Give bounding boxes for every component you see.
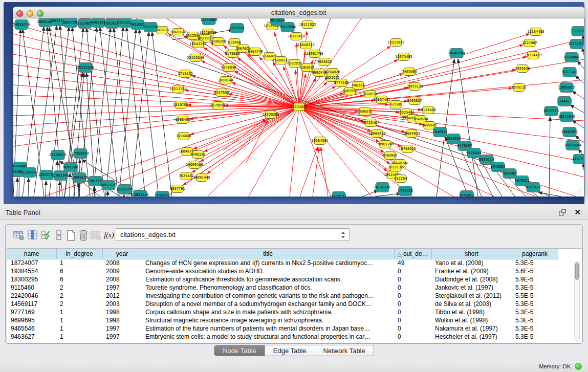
network-node-yellow[interactable]: 7955812: [317, 58, 332, 66]
unselect-all-icon[interactable]: [53, 229, 65, 242]
black-edge[interactable]: [59, 181, 60, 196]
black-edge[interactable]: [582, 48, 584, 55]
cell-out_degree[interactable]: 0: [394, 324, 431, 333]
cell-title[interactable]: Structural magnetic resonance image aver…: [142, 316, 394, 324]
cell-name[interactable]: 19384554: [7, 267, 56, 275]
network-node-teal[interactable]: 14136141: [374, 183, 391, 192]
cell-pagerank[interactable]: 5.3E-5: [512, 259, 558, 267]
cell-in_degree[interactable]: 2: [56, 300, 102, 308]
network-window[interactable]: citations_edges.txt 18724007766382299601…: [13, 7, 584, 197]
cell-short[interactable]: Hescheler et al. (1997): [431, 333, 512, 341]
network-node-yellow[interactable]: 9463627: [407, 97, 422, 105]
network-node-yellow[interactable]: 19121022: [299, 21, 316, 29]
red-edge[interactable]: [13, 107, 299, 126]
network-node-teal[interactable]: 1244413: [557, 97, 572, 106]
network-node-teal[interactable]: 12505135: [71, 173, 88, 183]
table-row[interactable]: 1830029562008Estimation of significance …: [7, 275, 558, 283]
network-node-teal[interactable]: 11156869: [20, 168, 38, 178]
table-settings-icon[interactable]: [13, 229, 25, 242]
table-row[interactable]: 969969511998Structural magnetic resonanc…: [7, 316, 558, 324]
network-canvas[interactable]: 1872400776638229960124891295418226058982…: [13, 18, 584, 196]
cell-in_degree[interactable]: 2: [56, 292, 102, 300]
red-edge[interactable]: [299, 107, 494, 196]
network-node-teal[interactable]: 19218596: [279, 23, 296, 32]
network-node-teal[interactable]: 1167534: [572, 155, 584, 164]
red-edge[interactable]: [191, 76, 299, 107]
cell-out_degree[interactable]: 0: [394, 283, 431, 292]
network-node-yellow[interactable]: 9484067: [382, 152, 397, 160]
network-node-teal[interactable]: 9215958: [543, 106, 558, 116]
black-edge[interactable]: [538, 192, 561, 196]
table-row[interactable]: 977716911998Corpus callosum shape and si…: [7, 308, 558, 316]
black-edge[interactable]: [577, 61, 584, 69]
column-header-pagerank[interactable]: pagerank: [512, 249, 558, 259]
network-node-yellow[interactable]: 7485036: [515, 65, 530, 73]
column-header-out_degree[interactable]: △out_de…: [394, 249, 431, 259]
black-edge[interactable]: [124, 194, 124, 196]
window-titlebar[interactable]: citations_edges.txt: [13, 7, 584, 18]
black-edge[interactable]: [577, 189, 582, 194]
network-node-yellow[interactable]: 12213987: [387, 39, 405, 47]
red-edge[interactable]: [13, 75, 299, 107]
table-row[interactable]: 1872400712008Changes of HCN gene express…: [7, 259, 558, 267]
network-node-yellow[interactable]: 22420046: [187, 54, 204, 62]
network-node-teal[interactable]: 9315421: [526, 183, 540, 192]
black-edge[interactable]: [572, 120, 584, 128]
network-node-yellow[interactable]: 2803144: [218, 77, 233, 84]
network-node-teal[interactable]: 9329966: [564, 53, 579, 62]
cell-out_degree[interactable]: 0: [394, 275, 431, 283]
table-row[interactable]: 1938455462009Genome-wide association stu…: [7, 267, 558, 275]
cell-year[interactable]: 1998: [102, 308, 142, 316]
cell-title[interactable]: Tourette syndrome. Phenomenology and cla…: [142, 283, 394, 292]
import-table-icon[interactable]: [90, 229, 102, 242]
cell-title[interactable]: Disruption of a novel member of a sodium…: [142, 300, 394, 308]
table-row[interactable]: 1456911722003Disruption of a novel membe…: [7, 300, 558, 308]
cell-title[interactable]: Embryonic stem cells: a model to study s…: [142, 333, 394, 341]
cell-in_degree[interactable]: 1: [56, 316, 102, 324]
cell-pagerank[interactable]: 5.3E-5: [512, 316, 558, 324]
cell-pagerank[interactable]: 5.6E-5: [512, 267, 558, 275]
network-node-yellow[interactable]: 12975115: [406, 83, 423, 91]
network-node-teal[interactable]: 17016504: [564, 141, 581, 150]
network-node-yellow[interactable]: 1916688: [176, 133, 191, 140]
cell-year[interactable]: 2008: [102, 275, 142, 283]
cell-in_degree[interactable]: 6: [56, 267, 102, 275]
cell-title[interactable]: Corpus callosum shape and size in male p…: [142, 308, 394, 316]
red-edge[interactable]: [273, 62, 299, 107]
network-node-teal[interactable]: 10653287: [62, 18, 79, 28]
network-node-yellow[interactable]: 8454749: [248, 48, 263, 56]
black-edge[interactable]: [375, 193, 401, 196]
red-edge[interactable]: [190, 107, 299, 135]
cell-title[interactable]: Estimation of significance thresholds fo…: [142, 275, 394, 283]
table-row[interactable]: 2242004622012Investigating the contribut…: [7, 292, 558, 300]
network-node-yellow[interactable]: 8427552: [214, 89, 229, 97]
cell-pagerank[interactable]: 5.3E-5: [512, 283, 558, 292]
network-node-teal[interactable]: 12093872: [558, 83, 575, 93]
cell-pagerank[interactable]: 5.3E-5: [512, 333, 558, 341]
network-node-teal[interactable]: 924502: [503, 169, 516, 179]
network-node-teal[interactable]: 20153346: [77, 63, 94, 73]
network-node-teal[interactable]: 1535064: [155, 191, 169, 197]
cell-short[interactable]: Wolkin et al. (1998): [431, 316, 512, 324]
network-node-teal[interactable]: 14055714: [13, 20, 30, 30]
column-header-name[interactable]: name: [7, 249, 56, 259]
network-node-yellow[interactable]: 1362615: [299, 64, 314, 72]
black-edge[interactable]: [570, 105, 584, 113]
network-node-yellow[interactable]: 7625402: [179, 172, 193, 180]
network-node-teal[interactable]: 7857224: [229, 24, 244, 33]
network-node-yellow[interactable]: 16640910: [297, 41, 315, 49]
cell-short[interactable]: Franke et al. (2009): [431, 267, 512, 275]
cell-short[interactable]: Yano et al. (2008): [431, 259, 512, 267]
red-edge[interactable]: [249, 107, 299, 196]
network-node-teal[interactable]: 9227341: [562, 68, 577, 77]
cell-short[interactable]: Stergiakouli et al. (2012): [431, 292, 512, 300]
cell-in_degree[interactable]: 1: [56, 333, 102, 341]
network-node-teal[interactable]: 1733426: [398, 186, 412, 196]
cell-name[interactable]: 18724007: [7, 259, 56, 267]
network-node-yellow[interactable]: 1810755: [173, 101, 188, 109]
network-node-teal[interactable]: 9097588: [63, 163, 78, 172]
red-edge[interactable]: [299, 107, 584, 177]
cell-out_degree[interactable]: 49: [394, 259, 431, 267]
black-edge[interactable]: [28, 178, 29, 196]
close-icon[interactable]: ✕: [574, 208, 581, 217]
